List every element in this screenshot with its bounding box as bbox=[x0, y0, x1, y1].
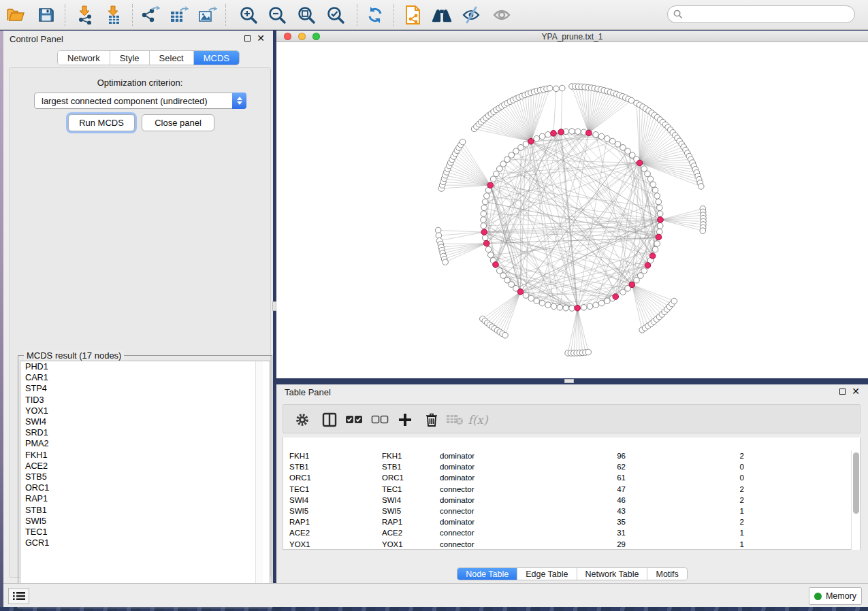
graph-node[interactable] bbox=[610, 138, 616, 144]
graph-node[interactable] bbox=[487, 252, 494, 258]
export-network-icon[interactable] bbox=[140, 5, 161, 25]
graph-node[interactable] bbox=[443, 259, 449, 265]
export-image-icon[interactable] bbox=[197, 5, 218, 25]
tab-network[interactable]: Network bbox=[58, 51, 110, 65]
table-tab-edge-table[interactable]: Edge Table bbox=[517, 568, 577, 580]
graph-hub-node[interactable] bbox=[483, 240, 489, 246]
table-row[interactable]: ORC1ORC1dominator610 bbox=[283, 472, 850, 483]
mcds-result-item[interactable]: STP4 bbox=[20, 383, 270, 394]
graph-node[interactable] bbox=[484, 193, 490, 199]
export-table-icon[interactable] bbox=[169, 5, 189, 25]
table-row[interactable]: FKH1FKH1dominator962 bbox=[283, 450, 850, 461]
graph-node[interactable] bbox=[481, 211, 487, 217]
delete-table-icon[interactable] bbox=[445, 410, 464, 429]
deselect-all-icon[interactable] bbox=[370, 410, 389, 429]
graph-hub-node[interactable] bbox=[629, 282, 635, 288]
graph-hub-node[interactable] bbox=[558, 129, 564, 135]
table-row[interactable]: YOX1YOX1connector291 bbox=[283, 539, 850, 550]
graph-node[interactable] bbox=[523, 293, 529, 299]
graph-hub-node[interactable] bbox=[613, 294, 619, 300]
select-all-icon[interactable] bbox=[344, 410, 364, 429]
graph-node[interactable] bbox=[598, 300, 605, 306]
mcds-result-item[interactable]: TEC1 bbox=[20, 527, 270, 538]
graph-node[interactable] bbox=[620, 289, 626, 295]
graph-node[interactable] bbox=[559, 85, 565, 91]
close-panel-icon[interactable]: ✕ bbox=[257, 35, 265, 42]
graph-node[interactable] bbox=[563, 305, 569, 311]
graph-node[interactable] bbox=[485, 246, 492, 252]
graph-node[interactable] bbox=[496, 268, 502, 274]
mcds-result-list[interactable]: PHD1CAR1STP4TID3YOX1SWI4SRD1PMA2FKH1ACE2… bbox=[20, 361, 270, 606]
function-builder-icon[interactable]: f(x) bbox=[468, 410, 487, 429]
graph-node[interactable] bbox=[553, 86, 560, 92]
graph-node[interactable] bbox=[641, 166, 647, 172]
mcds-result-item[interactable]: PHD1 bbox=[20, 361, 270, 372]
first-neighbors-icon[interactable] bbox=[432, 5, 452, 25]
graph-hub-node[interactable] bbox=[517, 289, 524, 295]
mcds-result-item[interactable]: SWI4 bbox=[20, 416, 270, 427]
close-panel-button[interactable]: Close panel bbox=[142, 114, 214, 131]
graph-hub-node[interactable] bbox=[658, 217, 664, 223]
graph-hub-node[interactable] bbox=[481, 229, 487, 235]
graph-node[interactable] bbox=[650, 182, 656, 188]
mcds-result-item[interactable]: YOX1 bbox=[20, 406, 270, 416]
graph-node[interactable] bbox=[575, 129, 581, 135]
add-row-icon[interactable] bbox=[396, 410, 415, 429]
graph-node[interactable] bbox=[700, 228, 706, 234]
graph-node[interactable] bbox=[604, 135, 610, 142]
graph-hub-node[interactable] bbox=[487, 182, 494, 188]
table-row[interactable]: RAP1RAP1dominator352 bbox=[283, 516, 850, 527]
mcds-list-scrollbar[interactable] bbox=[255, 361, 263, 606]
import-network-icon[interactable] bbox=[75, 5, 95, 25]
graph-node[interactable] bbox=[569, 129, 575, 135]
graph-node[interactable] bbox=[490, 176, 496, 182]
mcds-result-item[interactable]: ACE2 bbox=[20, 461, 270, 472]
save-session-icon[interactable] bbox=[36, 5, 57, 25]
graph-node[interactable] bbox=[593, 302, 599, 308]
refresh-icon[interactable] bbox=[365, 5, 385, 25]
graph-hub-node[interactable] bbox=[649, 253, 656, 259]
graph-node[interactable] bbox=[656, 205, 662, 211]
settings-gear-icon[interactable] bbox=[293, 410, 312, 429]
graph-hub-node[interactable] bbox=[645, 263, 651, 269]
graph-hub-node[interactable] bbox=[575, 305, 581, 311]
graph-node[interactable] bbox=[593, 132, 599, 138]
graph-node[interactable] bbox=[587, 303, 593, 310]
table-body[interactable]: FKH1FKH1dominator962STB1STB1dominator620… bbox=[283, 450, 850, 550]
graph-node[interactable] bbox=[654, 193, 660, 199]
graph-node[interactable] bbox=[656, 229, 662, 235]
graph-node[interactable] bbox=[656, 199, 662, 205]
scrollbar-thumb[interactable] bbox=[853, 452, 859, 514]
graph-node[interactable] bbox=[657, 211, 663, 217]
zoom-in-icon[interactable] bbox=[238, 5, 259, 25]
graph-node[interactable] bbox=[481, 223, 487, 229]
graph-node[interactable] bbox=[539, 133, 545, 139]
graph-hub-node[interactable] bbox=[551, 131, 557, 137]
graph-node[interactable] bbox=[569, 306, 575, 312]
graph-node[interactable] bbox=[460, 139, 466, 145]
graph-node[interactable] bbox=[654, 241, 660, 247]
horizontal-splitter-handle[interactable] bbox=[564, 379, 574, 383]
memory-button[interactable]: Memory bbox=[809, 587, 862, 605]
mcds-result-item[interactable]: RAP1 bbox=[20, 493, 270, 504]
graph-node[interactable] bbox=[528, 295, 534, 301]
mcds-result-item[interactable]: FKH1 bbox=[20, 450, 270, 461]
table-tab-motifs[interactable]: Motifs bbox=[647, 568, 686, 580]
mcds-result-item[interactable]: SWI5 bbox=[20, 516, 270, 527]
graph-node[interactable] bbox=[482, 199, 488, 205]
float-panel-icon[interactable] bbox=[839, 389, 846, 395]
mcds-result-item[interactable]: GCR1 bbox=[20, 538, 270, 548]
search-input[interactable] bbox=[683, 10, 854, 19]
open-session-icon[interactable] bbox=[5, 5, 26, 25]
graph-node[interactable] bbox=[645, 171, 651, 177]
graph-node[interactable] bbox=[481, 205, 487, 211]
graph-hub-node[interactable] bbox=[637, 160, 643, 166]
show-column-icon[interactable] bbox=[320, 410, 339, 429]
table-row[interactable]: SWI4SWI4dominator462 bbox=[283, 495, 850, 506]
table-scrollbar[interactable] bbox=[851, 450, 860, 550]
graph-node[interactable] bbox=[518, 144, 524, 150]
zoom-selected-icon[interactable] bbox=[325, 5, 346, 25]
graph-node[interactable] bbox=[502, 332, 509, 338]
close-panel-icon[interactable]: ✕ bbox=[852, 388, 860, 395]
graph-hub-node[interactable] bbox=[528, 138, 534, 144]
